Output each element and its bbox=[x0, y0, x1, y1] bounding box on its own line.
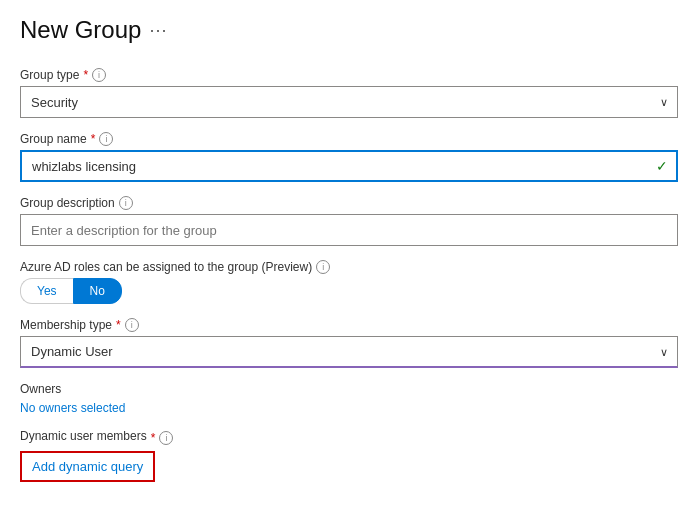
group-name-field: Group name * i ✓ bbox=[20, 132, 678, 182]
membership-type-select-wrapper: Dynamic User Assigned Dynamic Device ∨ bbox=[20, 336, 678, 368]
azure-ad-roles-toggle-group: Yes No bbox=[20, 278, 678, 304]
azure-ad-roles-field: Azure AD roles can be assigned to the gr… bbox=[20, 260, 678, 304]
more-options-icon[interactable]: ··· bbox=[149, 20, 167, 41]
group-name-label: Group name bbox=[20, 132, 87, 146]
dynamic-user-members-required: * bbox=[151, 431, 156, 445]
group-name-input[interactable] bbox=[20, 150, 678, 182]
group-description-info-icon[interactable]: i bbox=[119, 196, 133, 210]
membership-type-select[interactable]: Dynamic User Assigned Dynamic Device bbox=[20, 336, 678, 368]
dynamic-user-members-info-icon[interactable]: i bbox=[159, 431, 173, 445]
group-description-field: Group description i bbox=[20, 196, 678, 246]
group-name-input-wrapper: ✓ bbox=[20, 150, 678, 182]
owners-label: Owners bbox=[20, 382, 678, 396]
group-type-label: Group type bbox=[20, 68, 79, 82]
group-type-info-icon[interactable]: i bbox=[92, 68, 106, 82]
group-description-input-wrapper bbox=[20, 214, 678, 246]
group-name-info-icon[interactable]: i bbox=[99, 132, 113, 146]
group-description-label: Group description bbox=[20, 196, 115, 210]
azure-ad-roles-no-button[interactable]: No bbox=[73, 278, 122, 304]
azure-ad-roles-label: Azure AD roles can be assigned to the gr… bbox=[20, 260, 312, 274]
membership-type-field: Membership type * i Dynamic User Assigne… bbox=[20, 318, 678, 368]
group-description-input[interactable] bbox=[20, 214, 678, 246]
page-title: New Group bbox=[20, 16, 141, 44]
membership-type-info-icon[interactable]: i bbox=[125, 318, 139, 332]
group-type-field: Group type * i Security Microsoft 365 ∨ bbox=[20, 68, 678, 118]
add-dynamic-query-button[interactable]: Add dynamic query bbox=[20, 451, 155, 482]
membership-type-required: * bbox=[116, 318, 121, 332]
group-type-required: * bbox=[83, 68, 88, 82]
group-type-select-wrapper: Security Microsoft 365 ∨ bbox=[20, 86, 678, 118]
membership-type-label: Membership type bbox=[20, 318, 112, 332]
azure-ad-roles-info-icon[interactable]: i bbox=[316, 260, 330, 274]
group-name-required: * bbox=[91, 132, 96, 146]
azure-ad-roles-yes-button[interactable]: Yes bbox=[20, 278, 73, 304]
no-owners-link[interactable]: No owners selected bbox=[20, 401, 125, 415]
group-type-select[interactable]: Security Microsoft 365 bbox=[20, 86, 678, 118]
dynamic-user-members-field: Dynamic user members * i Add dynamic que… bbox=[20, 429, 678, 482]
dynamic-user-members-label: Dynamic user members bbox=[20, 429, 147, 443]
owners-field: Owners No owners selected bbox=[20, 382, 678, 415]
group-name-check-icon: ✓ bbox=[656, 158, 668, 174]
